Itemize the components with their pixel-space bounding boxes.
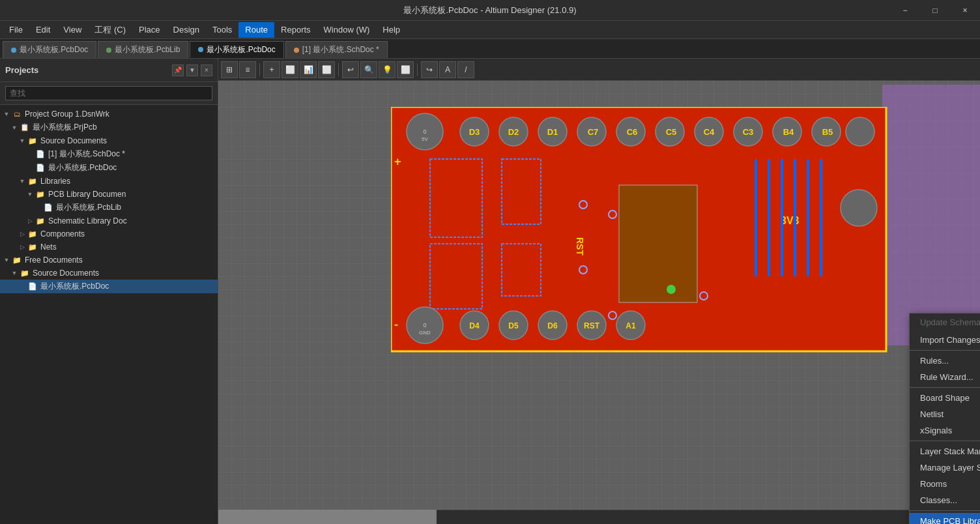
tree-label: Components	[40, 229, 85, 239]
menu-edit[interactable]: Edit	[29, 22, 57, 38]
ctx-make-pcb-library[interactable]: Make PCB Library	[910, 513, 980, 524]
svg-text:B5: B5	[822, 127, 833, 137]
toolbar-list[interactable]: ≡	[239, 61, 256, 78]
tree-item-libraries[interactable]: ▼ 📁 Libraries	[0, 175, 218, 188]
tab-pcbdoc-1[interactable]: 最小系统板.PcbDoc	[3, 41, 96, 58]
menu-help[interactable]: Help	[376, 22, 407, 38]
svg-text:RST: RST	[584, 321, 600, 330]
context-menu: Update Schematics in 最小系统板.PrjPcb Import…	[909, 313, 980, 524]
project-icon: 📋	[20, 123, 30, 133]
status-bar: CSDN @光芒Shine	[437, 510, 980, 524]
ctx-layer-stack[interactable]: Layer Stack Manager...	[910, 443, 980, 459]
sidebar-pin-button[interactable]: 📌	[172, 65, 184, 76]
ctx-board-shape[interactable]: Board Shape ▶	[910, 390, 980, 406]
tree-item-source-docs[interactable]: ▼ 📁 Source Documents	[0, 134, 218, 147]
toolbar-chart[interactable]: 📊	[300, 61, 317, 78]
tree-arrow: ▷	[18, 230, 26, 238]
sidebar-menu-button[interactable]: ▼	[186, 65, 198, 76]
svg-text:0: 0	[423, 322, 426, 328]
menu-place[interactable]: Place	[132, 22, 167, 38]
ctx-label: Rules...	[920, 356, 949, 366]
ctx-netlist[interactable]: Netlist ▶	[910, 406, 980, 422]
tab-bar: 最小系统板.PcbDoc 最小系统板.PcbLib 最小系统板.PcbDoc […	[0, 39, 980, 59]
ctx-import-changes[interactable]: Import Changes...	[910, 332, 980, 348]
pcb-icon: 📄	[27, 282, 38, 292]
tree-arrow: ▼	[18, 137, 26, 145]
close-button[interactable]: ×	[950, 0, 980, 21]
tab-schdoc[interactable]: [1] 最小系统.SchDoc *	[285, 41, 388, 58]
tree-item-project[interactable]: ▼ 📋 最小系统板.PrjPcb	[0, 121, 218, 134]
tree-label: [1] 最小系统.SchDoc *	[48, 149, 125, 160]
ctx-separator	[910, 387, 980, 388]
ctx-classes[interactable]: Classes...	[910, 492, 980, 508]
ctx-rule-wizard[interactable]: Rule Wizard...	[910, 369, 980, 385]
ctx-label: Manage Layer Sets	[920, 463, 980, 473]
toolbar-redo[interactable]: ↪	[421, 61, 438, 78]
title-bar: 最小系统板.PcbDoc - Altium Designer (21.0.9) …	[0, 0, 980, 21]
ctx-xsignals[interactable]: xSignals ▶	[910, 422, 980, 439]
svg-text:D1: D1	[547, 127, 558, 137]
svg-text:D5: D5	[508, 321, 519, 330]
tab-pcblib[interactable]: 最小系统板.PcbLib	[98, 41, 188, 58]
toolbar-separator	[417, 63, 418, 76]
toolbar-line[interactable]: /	[457, 61, 474, 78]
svg-point-34	[841, 190, 877, 226]
ctx-label: Import Changes...	[920, 335, 980, 345]
sidebar: Projects 📌 ▼ × ▼ 🗂 Project Group 1.DsnWr…	[0, 59, 218, 524]
window-controls: − □ ×	[890, 0, 980, 21]
minimize-button[interactable]: −	[890, 0, 920, 21]
menu-view[interactable]: View	[57, 22, 88, 38]
tree-item-components[interactable]: ▷ 📁 Components	[0, 227, 218, 240]
svg-text:D2: D2	[508, 127, 519, 137]
ctx-label: xSignals	[920, 426, 952, 435]
tab-label: 最小系统板.PcbDoc	[20, 44, 88, 55]
menu-file[interactable]: File	[3, 22, 29, 38]
menu-tools[interactable]: Tools	[206, 22, 238, 38]
ctx-update-schematics[interactable]: Update Schematics in 最小系统板.PrjPcb	[910, 313, 980, 332]
tree-item-nets[interactable]: ▷ 📁 Nets	[0, 240, 218, 254]
ctx-separator	[910, 441, 980, 441]
sidebar-close-button[interactable]: ×	[201, 65, 212, 76]
tree-item-free-source[interactable]: ▼ 📁 Source Documents	[0, 267, 218, 280]
tree-item-sch-lib-doc[interactable]: ▷ 📁 Schematic Library Doc	[0, 214, 218, 227]
tab-label: [1] 最小系统.SchDoc *	[302, 44, 379, 55]
tree-item-free-docs[interactable]: ▼ 📁 Free Documents	[0, 254, 218, 267]
tree-label: 最小系统板.PrjPcb	[33, 122, 97, 133]
maximize-button[interactable]: □	[920, 0, 950, 21]
menu-reports[interactable]: Reports	[274, 22, 317, 38]
toolbar-filter[interactable]: ⊞	[221, 61, 238, 78]
search-input[interactable]	[5, 86, 212, 100]
svg-text:C7: C7	[588, 127, 599, 137]
menu-window[interactable]: Window (W)	[317, 22, 377, 38]
tree-item-pcb-lib-folder[interactable]: ▼ 📁 PCB Library Documen	[0, 188, 218, 201]
menu-design[interactable]: Design	[167, 22, 206, 38]
tab-pcbdoc-2[interactable]: 最小系统板.PcbDoc	[190, 41, 283, 58]
tree-item-schdoc[interactable]: 📄 [1] 最小系统.SchDoc *	[0, 147, 218, 161]
toolbar-snap[interactable]: ⬜	[397, 61, 414, 78]
tree-item-pcblib[interactable]: 📄 最小系统板.PcbLib	[0, 201, 218, 214]
toolbar-zoom[interactable]: 🔍	[360, 61, 377, 78]
tree-item-project-group[interactable]: ▼ 🗂 Project Group 1.DsnWrk	[0, 108, 218, 121]
tree-item-free-pcbdoc[interactable]: 📄 最小系统板.PcbDoc	[0, 280, 218, 293]
pcb-icon: 📄	[35, 163, 46, 173]
sidebar-header: Projects 📌 ▼ ×	[0, 59, 218, 82]
toolbar-highlight[interactable]: 💡	[379, 61, 396, 78]
toolbar-text[interactable]: A	[439, 61, 456, 78]
menu-route[interactable]: Route	[238, 22, 274, 38]
pcb-canvas[interactable]: ⊞ ≡ + ⬜ 📊 ⬜ ↩ 🔍 💡 ⬜ ↪ A / 0	[218, 59, 980, 524]
toolbar-undo[interactable]: ↩	[342, 61, 359, 78]
ctx-manage-layer-sets[interactable]: Manage Layer Sets ▶	[910, 459, 980, 476]
svg-text:5V: 5V	[422, 136, 428, 142]
search-box	[0, 82, 218, 105]
tree-arrow: ▼	[18, 177, 26, 185]
toolbar-view[interactable]: ⬜	[318, 61, 335, 78]
tree-label: Free Documents	[25, 255, 83, 265]
tree-item-pcbdoc[interactable]: 📄 最小系统板.PcbDoc	[0, 161, 218, 175]
svg-text:C5: C5	[666, 127, 677, 137]
toolbar-add[interactable]: +	[263, 61, 280, 78]
ctx-rooms[interactable]: Rooms ▶	[910, 476, 980, 492]
ctx-rules[interactable]: Rules...	[910, 353, 980, 369]
menu-project[interactable]: 工程 (C)	[88, 22, 132, 38]
tab-indicator	[294, 48, 299, 53]
toolbar-rect[interactable]: ⬜	[281, 61, 298, 78]
